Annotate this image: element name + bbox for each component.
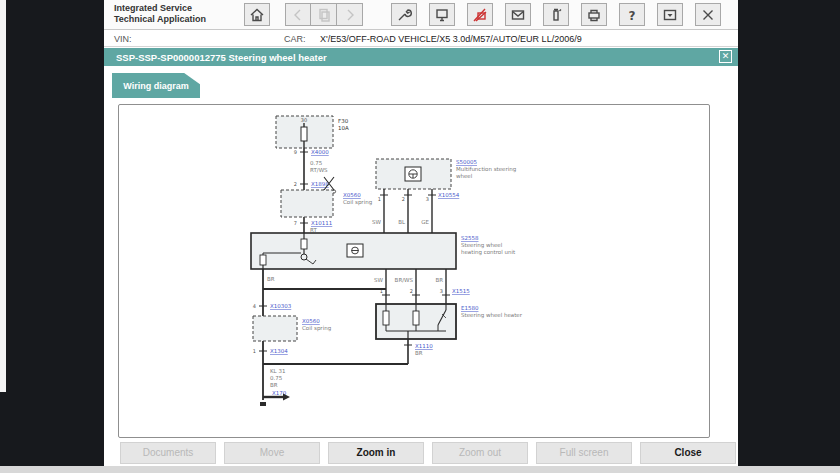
svg-text:BR: BR (270, 382, 278, 388)
svg-text:2: 2 (402, 196, 405, 202)
connector-x10303: 4 X10303 (253, 303, 292, 309)
svg-text:RT: RT (310, 227, 317, 233)
move-button[interactable]: Move (224, 442, 320, 464)
svg-text:Coil spring: Coil spring (302, 325, 331, 332)
svg-text:X0560: X0560 (302, 318, 320, 324)
svg-text:X1304: X1304 (270, 348, 288, 354)
ista-window: Integrated Service Technical Application (104, 0, 738, 466)
svg-text:2: 2 (410, 288, 413, 294)
print-button[interactable] (581, 3, 607, 26)
wire-color-br: BR (267, 276, 275, 282)
workshop-button[interactable] (429, 3, 455, 26)
svg-text:SW: SW (374, 277, 383, 283)
wiring-diagram-canvas[interactable]: 30 F30 10A 9 X4000 0.75 RT/WS (118, 104, 710, 438)
coil-spring-box-lower: X0560 Coil spring (253, 316, 331, 341)
svg-text:4: 4 (253, 303, 256, 309)
full-screen-button[interactable]: Full screen (536, 442, 632, 464)
fuse-box: 30 F30 10A (276, 116, 349, 148)
footer-button-bar: Documents Move Zoom in Zoom out Full scr… (104, 442, 738, 466)
ground-section: KL 31 0.75 BR X170 (260, 368, 290, 406)
heater-box: E1580 Steering wheel heater (376, 304, 523, 339)
wire-end-dot (260, 402, 266, 406)
operations-button[interactable] (391, 3, 417, 26)
svg-text:wheel: wheel (456, 173, 473, 179)
document-bar: SSP-SSP-SP0000012775 Steering wheel heat… (104, 48, 738, 66)
title-toolbar: Integrated Service Technical Application (104, 0, 738, 30)
svg-text:KL 31: KL 31 (270, 368, 285, 374)
connector-x1304: 1 X1304 (253, 348, 288, 354)
connector-x1110: X1110 BR (404, 339, 433, 364)
svg-text:X4000: X4000 (311, 149, 329, 155)
svg-text:Coil spring: Coil spring (343, 199, 372, 206)
wiring-diagram: 30 F30 10A 9 X4000 0.75 RT/WS (119, 105, 709, 437)
svg-text:Steering wheel heater: Steering wheel heater (461, 312, 523, 319)
svg-text:RT/WS: RT/WS (310, 167, 328, 173)
svg-text:heating control unit: heating control unit (461, 249, 516, 256)
vehicle-connection-button[interactable] (467, 3, 493, 26)
svg-text:3: 3 (440, 288, 443, 294)
messages-button[interactable] (505, 3, 531, 26)
wires-control-to-heater: SW BR/WS BR 1 2 3 X1515 (374, 269, 470, 304)
svg-text:Steering wheel: Steering wheel (461, 242, 503, 249)
vehicle-bar: VIN: CAR: X'/E53/OFF-ROAD VEHICLE/X5 3.0… (104, 31, 738, 47)
wrench-icon (396, 7, 412, 23)
svg-text:X1110: X1110 (415, 343, 433, 349)
app-title: Integrated Service Technical Application (114, 3, 206, 25)
printer-icon (586, 7, 602, 23)
monitor-icon (434, 7, 450, 23)
svg-text:X1515: X1515 (452, 288, 470, 294)
svg-text:3: 3 (426, 196, 429, 202)
home-button[interactable] (244, 3, 270, 26)
svg-text:9: 9 (294, 149, 297, 155)
svg-text:0.75: 0.75 (310, 160, 323, 166)
svg-text:GE: GE (421, 219, 429, 225)
close-button[interactable]: Close (640, 442, 736, 464)
ground-arrow-icon (283, 394, 290, 401)
svg-text:?: ? (629, 8, 636, 22)
measurement-button[interactable] (543, 3, 569, 26)
close-app-button[interactable] (695, 3, 721, 26)
control-unit-box: S2558 Steering wheel heating control uni… (251, 233, 516, 269)
probe-icon (548, 7, 564, 23)
zoom-in-button[interactable]: Zoom in (328, 442, 424, 464)
background-bottom-strip (0, 466, 840, 473)
svg-text:1: 1 (378, 196, 381, 202)
svg-text:10A: 10A (338, 125, 349, 131)
svg-text:0.75: 0.75 (270, 375, 283, 381)
heating-element-icon (383, 311, 389, 325)
svg-text:7: 7 (294, 220, 297, 226)
help-icon: ? (624, 7, 640, 23)
documents-button-footer[interactable]: Documents (120, 442, 216, 464)
back-button[interactable] (285, 3, 311, 26)
svg-text:S2558: S2558 (461, 235, 479, 241)
screen-toggle-button[interactable] (657, 3, 683, 26)
svg-text:1: 1 (253, 348, 256, 354)
connector-x1898: 2 X1898 (294, 181, 329, 187)
zoom-out-button[interactable]: Zoom out (432, 442, 528, 464)
background-left-strip (0, 0, 6, 392)
svg-text:S50005: S50005 (456, 159, 477, 165)
svg-text:SW: SW (372, 219, 381, 225)
document-close-icon[interactable]: ✕ (719, 50, 732, 63)
close-icon (700, 7, 716, 23)
svg-text:X0560: X0560 (343, 192, 361, 198)
document-title: SSP-SSP-SP0000012775 Steering wheel heat… (116, 52, 327, 63)
multifunction-wheel-box: S50005 Multifunction steering wheel (376, 159, 516, 189)
screen: Integrated Service Technical Application (0, 0, 840, 473)
mail-icon (510, 7, 526, 23)
documents-button[interactable] (311, 3, 337, 26)
svg-text:Multifunction steering: Multifunction steering (456, 166, 516, 173)
back-arrow-icon (290, 7, 306, 23)
screen-toggle-icon (662, 7, 678, 23)
svg-text:30: 30 (301, 117, 307, 123)
svg-text:BL: BL (398, 219, 406, 225)
coil-spring-box-upper (281, 190, 333, 217)
svg-text:X10303: X10303 (270, 303, 292, 309)
svg-text:X10554: X10554 (438, 192, 460, 198)
help-button[interactable]: ? (619, 3, 645, 26)
car-value: X'/E53/OFF-ROAD VEHICLE/X5 3.0d/M57/AUTO… (320, 34, 582, 44)
forward-button[interactable] (337, 3, 363, 26)
tab-wiring-diagram[interactable]: Wiring diagram (112, 73, 200, 98)
svg-text:BR/WS: BR/WS (395, 277, 414, 283)
svg-text:E1580: E1580 (461, 305, 479, 311)
